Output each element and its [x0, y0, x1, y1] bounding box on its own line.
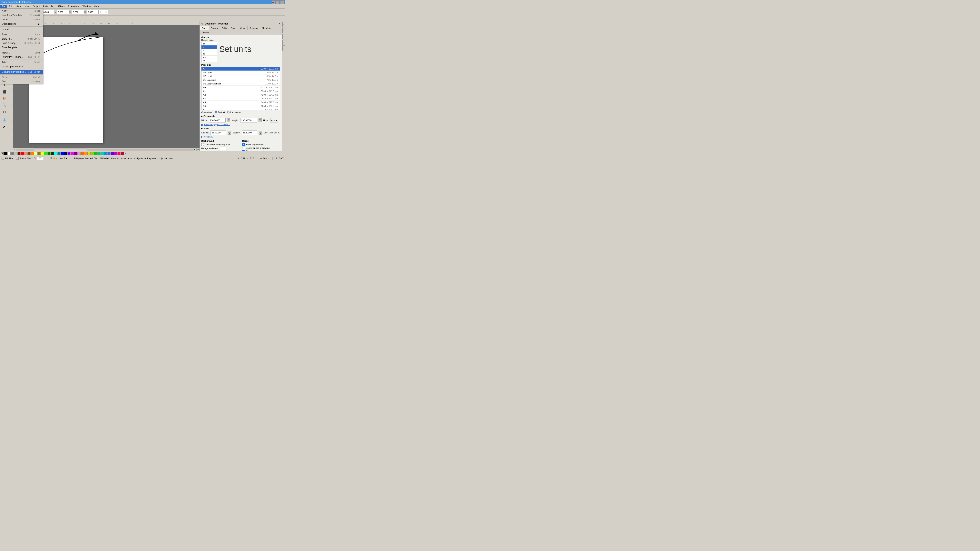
scale-y-decrement[interactable]: — [259, 131, 262, 133]
scale-x-stepper[interactable]: — + [228, 131, 231, 135]
menu-print[interactable]: Print... Ctrl+P [0, 60, 43, 65]
palette-orange2[interactable] [81, 152, 84, 155]
menu-close[interactable]: Close Ctrl+W [0, 75, 43, 79]
palette-green2[interactable] [94, 152, 97, 155]
menu-open-recent[interactable]: Open Recent ▶ [0, 22, 43, 26]
tab-metadata[interactable]: Metadata [260, 26, 273, 30]
palette-navy[interactable] [64, 152, 67, 155]
palette-darkred[interactable] [18, 152, 21, 155]
scroll-left-btn[interactable]: ◂ [13, 148, 16, 151]
menu-window[interactable]: Window [81, 5, 92, 8]
scale-y-increment[interactable]: + [259, 133, 262, 135]
menu-file[interactable]: File [0, 5, 7, 8]
palette-cyan[interactable] [54, 152, 57, 155]
menu-revert[interactable]: Revert [0, 27, 43, 31]
menu-save[interactable]: Save Ctrl+S [0, 32, 43, 37]
menu-extensions[interactable]: Extensions [66, 5, 81, 8]
menu-path[interactable]: Path [41, 5, 49, 8]
scale-x-input[interactable] [210, 130, 226, 135]
resize-link[interactable]: ▶ ▶ Resize page to content... [201, 123, 280, 126]
palette-orange3[interactable] [84, 152, 87, 155]
custom-size-header[interactable]: ▶ Custom size [201, 115, 280, 118]
palette-darkgreen[interactable] [51, 152, 54, 155]
page-size-a7[interactable]: A7 74.0 x 105.0 mm [202, 108, 280, 110]
zoom-tool[interactable]: 🔍 [1, 102, 8, 108]
page-size-uslegal[interactable]: US Legal 8.5 x 14.0 in [202, 75, 280, 78]
eraser-tool[interactable]: ◻ [1, 108, 8, 115]
unit-pc[interactable]: pc [201, 52, 217, 56]
checkerboard-checkbox[interactable] [201, 143, 204, 146]
snap-handle-1[interactable]: ⊡ [282, 22, 285, 27]
scale-x-decrement[interactable]: — [228, 131, 231, 133]
portrait-radio[interactable]: Portrait [215, 111, 225, 113]
height-input[interactable] [240, 118, 257, 122]
palette-yellowgreen[interactable] [91, 152, 94, 155]
menu-export[interactable]: Export PNG Image... Shift+Ctrl+E [0, 55, 43, 59]
palette-lightmagenta[interactable] [78, 152, 81, 155]
scale-y-stepper[interactable]: — + [259, 131, 262, 135]
snap-handle-4[interactable]: ⊡ [282, 40, 285, 45]
color-picker-tool[interactable]: 💧 [1, 117, 8, 123]
no-fill-swatch[interactable]: ✕ [1, 152, 4, 155]
zoom-in-icon[interactable]: + [268, 157, 269, 159]
menu-text[interactable]: Text [49, 5, 57, 8]
palette-gray1[interactable] [11, 152, 14, 155]
menu-open[interactable]: Open... Ctrl+O [0, 17, 43, 22]
menu-view[interactable]: View [14, 5, 22, 8]
palette-darkmagenta[interactable] [114, 152, 117, 155]
width-stepper[interactable]: — + [227, 118, 230, 122]
palette-teal[interactable] [57, 152, 60, 155]
snap-handle-3[interactable]: ⊡ [282, 34, 285, 39]
height-increment[interactable]: + [259, 120, 262, 122]
layer-indicator[interactable]: 👁 🔒 • Layer 1 ▼ [50, 157, 68, 159]
unit-mm[interactable]: mm [201, 56, 217, 59]
height-stepper[interactable]: — + [259, 118, 262, 122]
menu-save-as[interactable]: Save As... Shift+Ctrl+S [0, 37, 43, 41]
fill-tool[interactable]: 🎨 [1, 95, 8, 102]
gradient-tool[interactable]: ⬛ [1, 89, 8, 95]
menu-doc-properties[interactable]: Document Properties... Shift+Ctrl+D [0, 70, 43, 74]
tab-grids[interactable]: Grids [220, 26, 229, 30]
show-page-border-checkbox[interactable] [242, 143, 245, 146]
palette-brown[interactable] [27, 152, 30, 155]
snap-handle-2[interactable]: ⊡ [282, 28, 285, 33]
palette-dodgerblue[interactable] [104, 152, 107, 155]
tab-page[interactable]: Page [200, 26, 209, 30]
unit-px[interactable]: px [201, 59, 217, 62]
palette-olive[interactable] [37, 152, 41, 155]
palette-purple[interactable] [74, 152, 77, 155]
page-size-usexecutive[interactable]: US Executive 7.2 x 10.5 in [202, 78, 280, 82]
menu-new[interactable]: New Ctrl+N [0, 9, 43, 13]
palette-blue[interactable] [61, 152, 64, 155]
viewbox-link[interactable]: ▶ Viewbox... [201, 136, 280, 138]
palette-darkcyan[interactable] [101, 152, 104, 155]
custom-units-select[interactable]: mmincmptpx [270, 118, 278, 122]
menu-save-copy[interactable]: Save a Copy... Shift+Ctrl+Alt+S [0, 41, 43, 45]
w-input[interactable] [72, 10, 84, 14]
units-select[interactable]: inmmcmptpx [99, 10, 108, 14]
scroll-right-btn[interactable]: ▸ [193, 148, 196, 151]
height-decrement[interactable]: — [259, 118, 262, 120]
y-input[interactable] [57, 10, 69, 14]
menu-layer[interactable]: Layer [22, 5, 31, 8]
palette-green[interactable] [48, 152, 51, 155]
palette-violet[interactable] [67, 152, 70, 155]
page-size-a6[interactable]: A6 105.0 x 148.0 mm [202, 104, 280, 108]
palette-lightred[interactable] [24, 152, 27, 155]
palette-rose[interactable] [118, 152, 121, 155]
menu-filters[interactable]: Filters [57, 5, 66, 8]
palette-black[interactable] [4, 152, 7, 155]
menu-import[interactable]: Import... Ctrl+I [0, 51, 43, 55]
border-on-top-checkbox[interactable] [242, 146, 245, 149]
maximize-button[interactable]: □ [276, 0, 280, 4]
palette-lime[interactable] [44, 152, 47, 155]
palette-lightyellow[interactable] [34, 152, 37, 155]
palette-yellow[interactable] [41, 152, 44, 155]
page-size-usletter[interactable]: US Letter 8.5 x 11.0 in [202, 71, 280, 75]
scale-y-input[interactable] [242, 130, 257, 135]
palette-crimson[interactable] [121, 152, 124, 155]
menu-save-template[interactable]: Save Template... [0, 45, 43, 49]
page-size-a0[interactable]: A0 841.0 x 1189.0 mm [202, 86, 280, 89]
opacity-input[interactable] [37, 157, 44, 160]
page-size-a5[interactable]: A5 148.0 x 210.0 mm [202, 100, 280, 104]
